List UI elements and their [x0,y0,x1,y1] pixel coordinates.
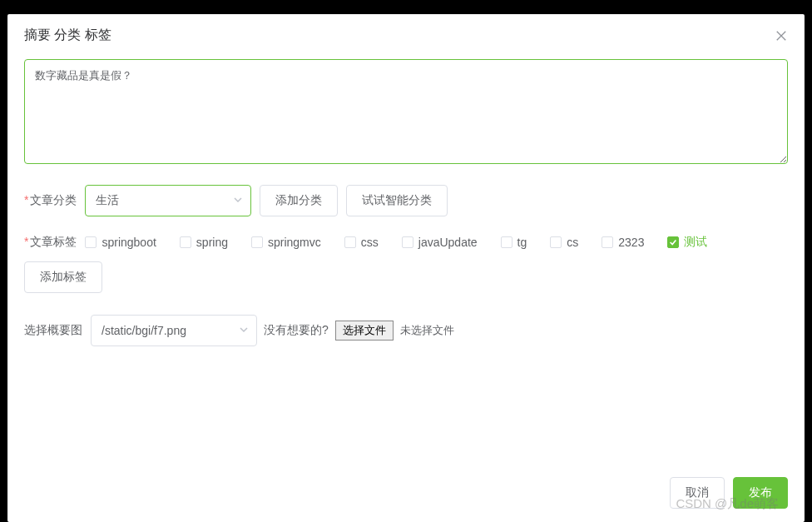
checkbox-icon [180,236,191,248]
tag-label: tg [517,236,527,249]
checkbox-icon [602,236,613,248]
tag-checkbox[interactable]: 测试 [667,235,707,250]
checkbox-icon [251,236,263,248]
close-icon[interactable] [775,29,788,42]
tag-checkbox[interactable]: spring [180,236,228,249]
tag-label: 测试 [684,235,707,250]
tag-label: cs [567,236,578,249]
tag-label: javaUpdate [418,236,478,249]
thumbnail-select-input[interactable] [91,315,257,346]
modal-body: 文章分类 添加分类 试试智能分类 文章标签 springbootspringsp… [7,51,805,467]
tag-label: springmvc [268,236,321,249]
tag-checkbox[interactable]: 2323 [602,236,644,249]
add-category-button[interactable]: 添加分类 [260,185,338,216]
tag-label: css [361,236,379,249]
thumbnail-select[interactable] [91,315,257,346]
category-select[interactable] [85,185,251,216]
tag-checkbox[interactable]: css [344,236,379,249]
tag-label: 2323 [618,236,644,249]
category-label: 文章分类 [24,193,77,208]
smart-category-button[interactable]: 试试智能分类 [346,185,448,216]
thumbnail-prompt: 没有想要的? [264,323,329,338]
tag-checkbox[interactable]: springmvc [251,236,321,249]
checkbox-icon [402,236,413,248]
checkbox-icon [85,236,97,248]
modal-dialog: 摘要 分类 标签 文章分类 添加分类 试试智能分类 文章标签 springboo… [7,14,805,522]
tag-label: spring [196,236,228,249]
category-select-input[interactable] [85,185,251,216]
cancel-button[interactable]: 取消 [670,477,725,509]
publish-button[interactable]: 发布 [733,477,788,509]
checkbox-icon [501,236,512,248]
tag-checkbox[interactable]: javaUpdate [402,236,478,249]
add-tag-button[interactable]: 添加标签 [24,261,102,293]
thumbnail-row: 选择概要图 没有想要的? 选择文件 未选择文件 [24,315,788,346]
tag-checkbox[interactable]: tg [501,236,527,249]
modal-footer: 取消 发布 [7,467,805,522]
thumbnail-label: 选择概要图 [24,323,84,338]
tag-checkbox[interactable]: cs [550,236,578,249]
tags-row: 文章标签 springbootspringspringmvccssjavaUpd… [24,235,788,293]
tags-label: 文章标签 [24,235,77,250]
checkbox-checked-icon [667,236,679,248]
file-status: 未选择文件 [400,323,454,338]
checkbox-icon [344,236,356,248]
checkbox-icon [550,236,562,248]
choose-file-button[interactable]: 选择文件 [335,321,394,341]
tag-checkbox[interactable]: springboot [85,236,156,249]
summary-textarea[interactable] [24,59,788,164]
tags-list: 文章标签 springbootspringspringmvccssjavaUpd… [24,235,788,250]
tag-label: springboot [102,236,156,249]
category-row: 文章分类 添加分类 试试智能分类 [24,185,788,216]
modal-title: 摘要 分类 标签 [24,27,111,44]
modal-header: 摘要 分类 标签 [7,14,805,51]
